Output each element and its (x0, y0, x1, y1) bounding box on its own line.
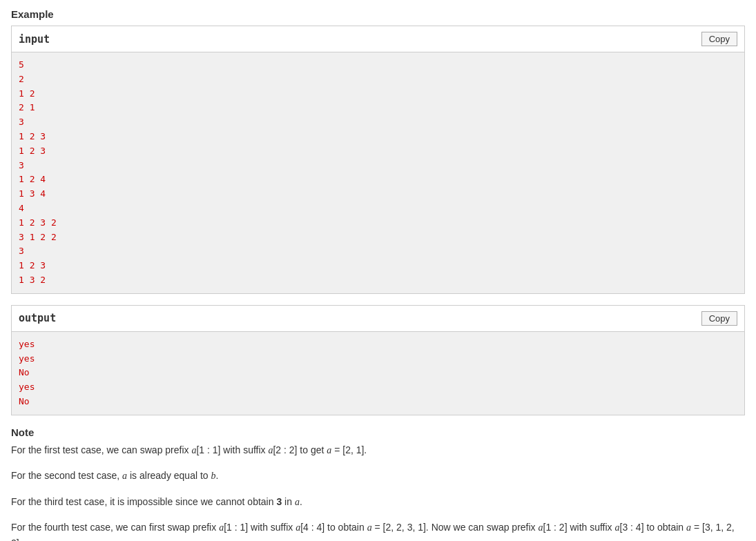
output-block: output Copy yes yes No yes No (11, 305, 745, 415)
note-para-1: For the first test case, we can swap pre… (11, 442, 745, 458)
note-para-4: For the fourth test case, we can first s… (11, 520, 745, 541)
note-para-3: For the third test case, it is impossibl… (11, 494, 745, 510)
note-para-2: For the second test case, a is already e… (11, 468, 745, 484)
input-header: input Copy (12, 26, 744, 52)
output-header: output Copy (12, 306, 744, 332)
note-section: Note For the first test case, we can swa… (11, 426, 745, 541)
output-label: output (19, 312, 56, 324)
output-copy-button[interactable]: Copy (701, 311, 737, 326)
example-title: Example (11, 8, 745, 20)
input-copy-button[interactable]: Copy (701, 32, 737, 46)
note-title: Note (11, 426, 745, 438)
input-block: input Copy 5 2 1 2 2 1 3 1 2 3 1 2 3 3 1… (11, 26, 745, 294)
example-section: Example input Copy 5 2 1 2 2 1 3 1 2 3 1… (11, 8, 745, 415)
input-label: input (19, 33, 50, 46)
output-content: yes yes No yes No (12, 332, 744, 415)
input-content: 5 2 1 2 2 1 3 1 2 3 1 2 3 3 1 2 4 1 3 4 … (12, 52, 744, 293)
